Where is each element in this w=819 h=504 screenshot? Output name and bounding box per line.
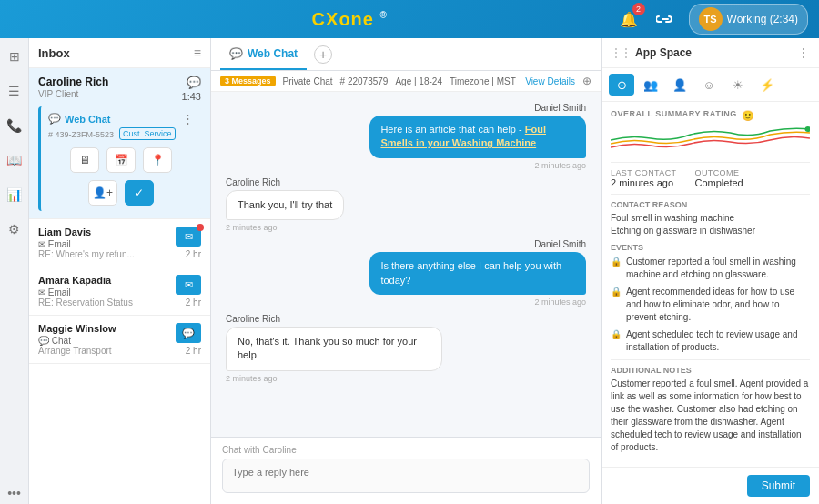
calendar-action-btn[interactable]: 📅 [106, 147, 136, 173]
webchat-id: # 439-Z3FM-5523 [48, 130, 114, 139]
event-item-2: 🔒 Agent recommended ideas for how to use… [611, 286, 810, 324]
connection-button[interactable] [652, 6, 678, 32]
add-tab-button[interactable]: + [314, 45, 332, 64]
tab-contacts[interactable]: 👥 [638, 74, 663, 96]
sidebar-icon-book[interactable]: 📖 [4, 149, 25, 171]
private-chat-label: Private Chat [283, 76, 333, 86]
working-status-button[interactable]: TS Working (2:34) [689, 4, 808, 35]
app-logo: CXone ® [312, 9, 388, 30]
app-space-panel: ⋮⋮ App Space ⋮ ⊙ 👥 👤 ☺ ☀ ⚡ Overall Summa… [601, 38, 819, 504]
article-link[interactable]: Foul Smells in your Washing Machine [380, 124, 546, 148]
notifications-button[interactable]: 🔔 2 [616, 6, 642, 32]
contact-type-amara: ✉ Email [38, 287, 133, 297]
link-icon [656, 13, 674, 25]
tab-settings[interactable]: ☀ [725, 74, 751, 96]
msg-bubble-agent-1: Here is an article that can help - Foul … [369, 116, 586, 158]
sidebar-icon-phone[interactable]: 📞 [4, 115, 25, 136]
contact-card-caroline[interactable]: Caroline Rich VIP Client 💬 1:43 💬 Web Ch… [29, 68, 210, 219]
chat-tabs: 💬 Web Chat + [211, 38, 601, 71]
msg-time-customer-1: 2 minutes ago [226, 223, 586, 232]
msg-bubble-customer-2: No, that's it. Thank you so much for you… [226, 327, 442, 371]
app-space-menu-btn[interactable]: ⋮ [797, 45, 810, 60]
sidebar-icon-settings[interactable]: ⚙ [4, 218, 25, 240]
email-icon-liam: ✉ [176, 227, 201, 247]
message-group-2: Caroline Rich Thank you, I'll try that 2… [226, 177, 586, 232]
contact-card-maggie[interactable]: Maggie Winslow 💬 Chat Arrange Transport … [29, 316, 210, 364]
webchat-subcard[interactable]: 💬 Web Chat ⋮ # 439-Z3FM-5523 Cust. Servi… [38, 106, 201, 211]
last-contact-value: 2 minutes ago [611, 177, 676, 188]
contact-card-amara[interactable]: Amara Kapadia ✉ Email RE: Reservation St… [29, 267, 210, 316]
tab-bolt[interactable]: ⚡ [754, 74, 780, 96]
sidebar-icons: ⊞ ☰ 📞 📖 📊 ⚙ ••• [0, 38, 29, 504]
event-text-1: Customer reported a foul smell in washin… [626, 256, 810, 281]
chat-icon-caroline: 💬 [187, 76, 201, 89]
monitor-action-btn[interactable]: 🖥 [70, 147, 99, 173]
view-details-link[interactable]: View Details [525, 76, 575, 86]
svg-point-0 [805, 126, 810, 132]
msg-sender-daniel-2: Daniel Smith [226, 239, 586, 249]
overall-summary-label: Overall Summary Rating [611, 109, 737, 118]
additional-notes-text: Customer reported a foul smell. Agent pr… [611, 378, 810, 454]
message-group-4: Caroline Rich No, that's it. Thank you s… [226, 314, 586, 383]
last-outcome-row: Last Contact 2 minutes ago Outcome Compl… [611, 168, 810, 188]
contact-reason-title: Contact Reason [611, 200, 810, 209]
chat-icon-maggie: 💬 [176, 323, 201, 343]
webchat-tab[interactable]: 💬 Web Chat [220, 38, 307, 70]
email-icon-amara: ✉ [176, 275, 201, 295]
inbox-menu-button[interactable]: ≡ [194, 45, 201, 60]
message-bar: 3 Messages Private Chat # 22073579 Age |… [211, 71, 601, 92]
sidebar-icon-list[interactable]: ☰ [4, 80, 25, 102]
chat-area: 💬 Web Chat + 3 Messages Private Chat # 2… [211, 38, 601, 504]
overall-summary-section: Overall Summary Rating 🙂 [611, 109, 810, 155]
event-item-1: 🔒 Customer reported a foul smell in wash… [611, 256, 810, 281]
submit-button[interactable]: Submit [747, 475, 810, 497]
event-icon-2: 🔒 [611, 287, 622, 324]
chat-reply-input[interactable] [222, 459, 590, 493]
contact-name-amara: Amara Kapadia [38, 275, 133, 286]
event-icon-1: 🔒 [611, 257, 622, 281]
tab-profile[interactable]: 👤 [667, 74, 693, 96]
msg-time-customer-2: 2 minutes ago [226, 374, 586, 383]
rating-svg [611, 126, 810, 155]
chat-input-area: Chat with Caroline [211, 437, 601, 504]
inbox-header: Inbox ≡ [29, 38, 210, 68]
app-space-title: App Space [635, 46, 692, 59]
app-space-footer: Submit [602, 467, 819, 504]
tab-emoji[interactable]: ☺ [696, 74, 722, 96]
contact-reason-section: Contact Reason Foul smell in washing mac… [611, 200, 810, 237]
msg-time-agent-1: 2 minutes ago [226, 161, 586, 170]
app-space-content: Overall Summary Rating 🙂 [602, 102, 819, 467]
contact-card-liam[interactable]: Liam Davis ✉ Email RE: Where's my refun.… [29, 219, 210, 267]
last-contact-item: Last Contact 2 minutes ago [611, 168, 676, 188]
contact-name-caroline: Caroline Rich [38, 76, 108, 88]
check-btn[interactable]: ✓ [125, 180, 154, 206]
sidebar-icon-chart[interactable]: 📊 [4, 184, 25, 206]
contact-subject-liam: RE: Where's my refun... [38, 249, 135, 259]
contact-name-maggie: Maggie Winslow [38, 323, 116, 334]
contact-subject-maggie: Arrange Transport [38, 346, 116, 356]
rating-chart [611, 126, 810, 155]
person-plus-btn[interactable]: 👤+ [88, 180, 117, 206]
app-space-tabs: ⊙ 👥 👤 ☺ ☀ ⚡ [602, 68, 819, 102]
msg-sender-caroline-1: Caroline Rich [226, 177, 586, 187]
app-space-header: ⋮⋮ App Space ⋮ [602, 38, 819, 68]
top-nav-right: 🔔 2 TS Working (2:34) [616, 4, 808, 35]
msg-bubble-customer-1: Thank you, I'll try that [226, 190, 344, 220]
divider-3 [611, 359, 810, 360]
expand-icon[interactable]: ⊕ [582, 75, 592, 87]
event-text-3: Agent scheduled tech to review usage and… [626, 328, 810, 354]
webchat-actions-2: 👤+ ✓ [48, 180, 194, 206]
divider-1 [611, 162, 810, 163]
webchat-menu-button[interactable]: ⋮ [182, 112, 194, 126]
agent-avatar: TS [699, 7, 723, 31]
tab-summary[interactable]: ⊙ [609, 74, 634, 96]
outcome-value: Completed [694, 177, 743, 188]
inbox-panel: Inbox ≡ Caroline Rich VIP Client 💬 1:43 [29, 38, 211, 504]
contact-type-liam: ✉ Email [38, 239, 135, 249]
message-group-1: Daniel Smith Here is an article that can… [226, 103, 586, 170]
webchat-actions: 🖥 📅 📍 [48, 147, 194, 173]
sidebar-icon-more[interactable]: ••• [4, 482, 25, 504]
location-action-btn[interactable]: 📍 [143, 147, 172, 173]
sidebar-icon-grid[interactable]: ⊞ [4, 45, 25, 67]
chat-input-label: Chat with Caroline [222, 445, 590, 455]
